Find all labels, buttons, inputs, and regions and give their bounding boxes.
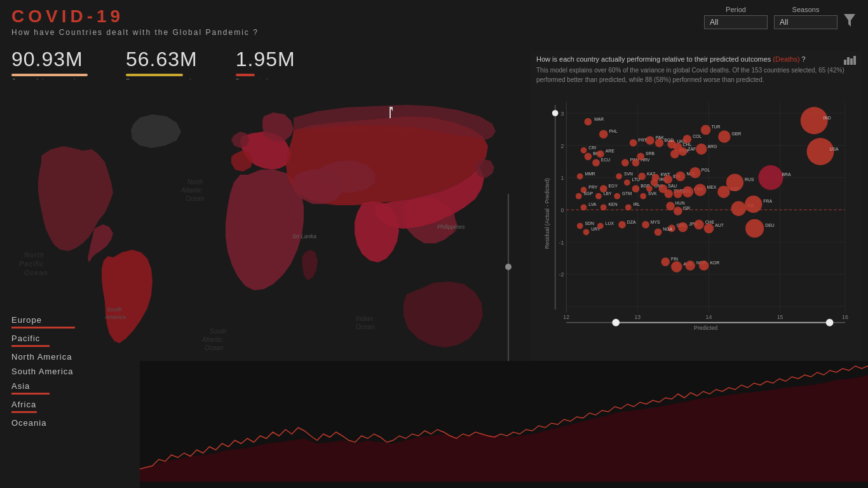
svg-text:ZAF: ZAF (688, 147, 696, 151)
svg-text:Predicted: Predicted (694, 325, 717, 332)
svg-point-175 (642, 221, 649, 229)
region-list: Europe Pacific North America South Ameri… (11, 311, 151, 429)
timeseries-chart (140, 361, 868, 488)
svg-point-127 (675, 172, 686, 182)
svg-text:SVK: SVK (648, 191, 657, 196)
svg-text:COL: COL (693, 134, 702, 139)
svg-text:South: South (210, 328, 227, 335)
svg-point-103 (577, 173, 583, 180)
svg-point-101 (637, 153, 644, 161)
svg-point-63 (646, 137, 654, 146)
period-label: Period (726, 6, 746, 13)
svg-point-149 (726, 174, 743, 191)
svg-text:Ocean: Ocean (356, 323, 375, 330)
svg-point-165 (745, 196, 762, 213)
svg-text:0: 0 (560, 207, 564, 214)
period-filter: Period All Q1 2020 Q2 2020 Q3 2020 Q4 20… (704, 6, 768, 29)
region-item-oceania[interactable]: Oceania (11, 414, 151, 429)
svg-text:NGA: NGA (663, 227, 672, 232)
chart-icon[interactable] (844, 55, 857, 67)
region-item-north-america[interactable]: North America (11, 348, 151, 363)
region-item-asia[interactable]: Asia (11, 377, 151, 396)
svg-point-71 (718, 131, 731, 144)
scatter-chart-area[interactable]: Residual (Actual - Predicted) 3 2 1 0 (536, 90, 857, 337)
scatter-panel: How is each country actually performing … (531, 51, 862, 369)
svg-point-145 (694, 184, 707, 197)
svg-point-155 (600, 205, 607, 211)
svg-text:3: 3 (560, 111, 564, 117)
svg-text:Ocean: Ocean (186, 195, 205, 202)
region-item-pacific[interactable]: Pacific (11, 330, 151, 348)
svg-text:15: 15 (777, 314, 783, 320)
svg-point-117 (632, 186, 640, 193)
svg-point-91 (696, 144, 707, 155)
svg-point-61 (599, 130, 608, 139)
svg-point-169 (583, 229, 590, 236)
filter-bar: Period All Q1 2020 Q2 2020 Q3 2020 Q4 20… (704, 5, 855, 30)
period-select[interactable]: All Q1 2020 Q2 2020 Q3 2020 Q4 2020 2021 (704, 15, 768, 29)
svg-point-20 (505, 264, 512, 270)
svg-point-139 (664, 189, 673, 198)
svg-point-143 (682, 186, 694, 198)
svg-point-191 (671, 261, 682, 273)
svg-text:ARG: ARG (708, 144, 717, 149)
svg-text:ARE: ARE (606, 149, 614, 154)
svg-text:CRI: CRI (588, 146, 596, 150)
svg-point-95 (592, 159, 600, 167)
svg-text:MAR: MAR (594, 117, 604, 121)
svg-point-173 (618, 221, 626, 229)
region-item-south-america[interactable]: South America (11, 363, 151, 377)
svg-text:SGP: SGP (584, 191, 593, 196)
svg-point-153 (581, 205, 587, 211)
region-item-africa[interactable]: Africa (11, 396, 151, 414)
svg-text:Philippines: Philippines (437, 224, 465, 230)
svg-point-137 (640, 193, 646, 200)
pacific-bar (11, 345, 50, 347)
svg-point-141 (674, 189, 682, 198)
svg-text:AUT: AUT (715, 224, 724, 228)
svg-point-189 (661, 258, 670, 267)
svg-point-151 (759, 165, 783, 190)
svg-point-129 (689, 167, 701, 179)
svg-text:POL: POL (702, 168, 710, 172)
filter-icon[interactable] (844, 14, 855, 30)
svg-point-105 (616, 173, 622, 180)
svg-rect-24 (850, 58, 853, 65)
svg-point-185 (704, 224, 714, 234)
svg-point-181 (678, 222, 688, 233)
seasons-filter: Seasons All Spring Summer Autumn Winter (774, 6, 837, 29)
page-header: COVID-19 How have Countries dealt with t… (11, 6, 259, 37)
svg-text:FIN: FIN (671, 257, 678, 261)
svg-text:Sri Lanka: Sri Lanka (292, 233, 316, 240)
svg-text:FRA: FRA (763, 200, 772, 204)
svg-text:LVA: LVA (588, 203, 596, 207)
svg-text:IRL: IRL (634, 203, 641, 207)
svg-text:LBY: LBY (604, 191, 612, 196)
svg-text:North: North (24, 251, 44, 259)
svg-text:MYS: MYS (651, 220, 660, 224)
svg-text:12: 12 (563, 314, 569, 320)
seasons-select[interactable]: All Spring Summer Autumn Winter (774, 15, 837, 29)
scatter-description: This model explains over 60% of the vari… (531, 65, 862, 87)
svg-point-79 (585, 153, 592, 161)
svg-text:SRB: SRB (646, 152, 654, 156)
svg-text:Atlantic: Atlantic (201, 336, 223, 343)
svg-text:Pacific: Pacific (19, 260, 44, 268)
seasons-label: Seasons (792, 6, 820, 13)
svg-text:Atlantic: Atlantic (180, 187, 202, 194)
svg-point-187 (745, 219, 764, 238)
svg-point-59 (585, 118, 592, 126)
svg-text:ECU: ECU (601, 158, 610, 162)
scatter-title: How is each country actually performing … (531, 51, 862, 65)
svg-point-167 (577, 223, 583, 229)
svg-point-193 (685, 261, 695, 271)
svg-text:Indian: Indian (356, 315, 374, 322)
svg-text:North: North (187, 179, 203, 186)
region-item-europe[interactable]: Europe (11, 311, 151, 330)
svg-point-89 (679, 147, 688, 156)
svg-point-179 (654, 229, 662, 236)
svg-point-75 (807, 138, 834, 165)
svg-point-133 (595, 193, 602, 200)
svg-text:SDN: SDN (585, 221, 594, 226)
asia-bar (11, 393, 50, 395)
